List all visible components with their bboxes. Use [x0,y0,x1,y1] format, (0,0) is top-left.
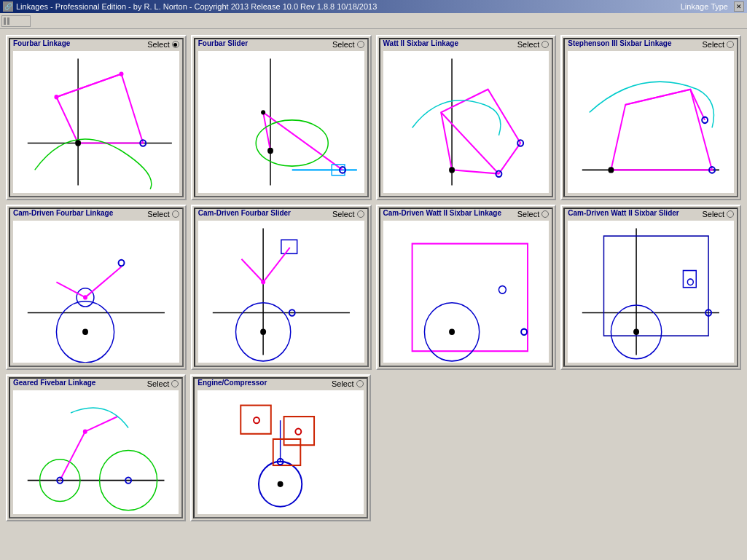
svg-point-35 [82,329,88,335]
svg-marker-2 [56,74,143,143]
svg-rect-55 [604,236,709,336]
svg-point-45 [261,280,265,284]
row-1: Select Fourbar Linkage [6,35,741,200]
select-label-cam-fourbar: Select [147,210,170,218]
row-3-spacer [375,374,742,521]
svg-point-44 [260,329,266,335]
radio-cam-fourbar-slider[interactable] [357,210,364,218]
canvas-cam-watt-ii[interactable] [383,221,550,363]
svg-point-12 [256,120,328,166]
svg-point-37 [119,260,125,266]
canvas-cam-watt-ii-slider[interactable] [568,221,734,363]
radio-engine-compressor[interactable] [356,380,364,387]
app-icon: 🔗 [3,1,13,12]
svg-line-64 [85,417,117,432]
svg-line-25 [625,90,690,105]
select-label-watt-ii: Select [517,40,540,49]
svg-rect-41 [281,240,297,253]
title-geared-fivebar: Geared Fivebar Linkage [13,379,95,387]
svg-point-50 [449,329,455,335]
svg-rect-70 [241,406,271,434]
title-watt-ii: Watt II Sixbar Linkage [383,39,459,47]
title-engine-compressor: Engine/Compressor [197,379,267,387]
svg-line-42 [263,248,290,282]
svg-marker-18 [441,90,520,174]
canvas-fourbar-slider[interactable] [198,51,364,193]
linkage-type-label: Linkage Type [681,2,728,11]
svg-point-67 [83,430,87,434]
svg-point-7 [120,71,124,76]
svg-line-33 [85,267,122,297]
svg-point-73 [278,481,283,487]
svg-line-43 [241,259,263,283]
title-bar: 🔗 Linkages - Professional Edition - by R… [0,0,747,13]
card-watt-ii: Select Watt II Sixbar Linkage [376,35,557,200]
row-2: Select Cam-Driven Fourbar Linkage [6,205,741,370]
select-label-geared-fivebar: Select [147,379,170,388]
canvas-cam-fourbar[interactable] [13,221,179,363]
title-bar-text: Linkages - Professional Edition - by R. … [16,2,377,11]
radio-cam-fourbar[interactable] [172,210,179,218]
canvas-engine-compressor[interactable] [197,390,363,514]
svg-point-4 [75,140,81,146]
card-cam-fourbar: Select Cam-Driven Fourbar Linkage [6,205,187,370]
title-cam-watt-ii-slider: Cam-Driven Watt II Sixbar Slider [568,209,678,217]
select-label-cam-watt-ii: Select [517,210,540,218]
radio-cam-watt-ii[interactable] [541,210,549,218]
radio-fourbar-slider[interactable] [357,41,364,48]
card-fourbar-slider: Select Fourbar Slider [191,35,372,200]
title-stephenson-iii: Stephenson III Sixbar Linkage [568,39,671,47]
svg-line-10 [263,112,270,151]
svg-line-19 [441,112,498,173]
svg-point-59 [688,279,694,285]
card-cam-fourbar-slider: Select Cam-Driven Fourbar Slider [191,205,372,370]
svg-point-76 [296,429,302,435]
radio-stephenson-iii[interactable] [727,41,734,48]
canvas-cam-fourbar-slider[interactable] [198,221,364,363]
title-cam-fourbar-slider: Cam-Driven Fourbar Slider [198,209,291,217]
select-label-fourbar: Select [147,40,170,49]
close-button[interactable]: ✕ [734,1,744,12]
svg-point-20 [449,167,455,173]
card-cam-watt-ii-slider: Select Cam-Driven Watt II Sixbar Slider [560,205,741,370]
svg-point-27 [609,167,614,173]
svg-point-14 [267,148,273,154]
card-fourbar: Select Fourbar Linkage [6,35,187,200]
title-fourbar: Fourbar Linkage [13,39,70,47]
select-label-cam-fourbar-slider: Select [332,210,355,218]
select-label-stephenson-iii: Select [702,40,724,49]
svg-point-15 [261,110,265,114]
svg-rect-71 [284,417,314,445]
svg-marker-24 [611,90,713,170]
card-stephenson-iii: Select Stephenson III Sixbar Linkage [560,35,741,200]
title-cam-fourbar: Cam-Driven Fourbar Linkage [13,209,113,217]
select-label-cam-watt-ii-slider: Select [702,210,724,218]
canvas-geared-fivebar[interactable] [13,390,179,514]
card-engine-compressor: Select Engine/Compressor [190,374,370,521]
title-fourbar-slider: Fourbar Slider [198,39,248,47]
main-content: Select Fourbar Linkage [0,29,747,527]
card-geared-fivebar: Select Geared Fivebar Linkage [6,374,186,521]
svg-line-3 [56,74,121,98]
radio-cam-watt-ii-slider[interactable] [727,210,734,218]
radio-geared-fivebar[interactable] [171,380,179,387]
radio-fourbar[interactable] [172,41,179,48]
svg-point-51 [521,329,527,335]
svg-point-49 [498,286,506,294]
row-3: Select Geared Fivebar Linkage [6,374,741,521]
select-label-fourbar-slider: Select [332,40,355,49]
radio-watt-ii[interactable] [541,41,549,48]
svg-rect-47 [412,244,527,352]
svg-point-57 [633,329,639,335]
canvas-stephenson-iii[interactable] [568,51,734,193]
card-cam-watt-ii: Select Cam-Driven Watt II Sixbar Linkage [376,205,557,370]
svg-point-36 [83,295,87,299]
svg-point-6 [54,95,58,99]
svg-line-63 [60,432,85,481]
select-label-engine-compressor: Select [332,379,354,388]
svg-point-75 [254,417,259,423]
title-cam-watt-ii: Cam-Driven Watt II Sixbar Linkage [383,209,501,217]
canvas-watt-ii[interactable] [383,51,550,193]
canvas-fourbar[interactable] [13,51,179,193]
toolbar [0,13,747,29]
